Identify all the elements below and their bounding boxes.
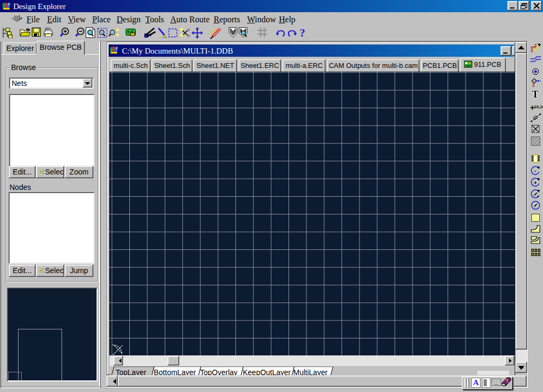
svg-text:TopLayer: TopLayer: [116, 368, 146, 375]
svg-text:10,10: 10,10: [534, 104, 543, 109]
svg-text:MultiLayer: MultiLayer: [293, 368, 328, 375]
svg-text:BottomLayer: BottomLayer: [154, 368, 196, 375]
svg-text:KeepOutLayer: KeepOutLayer: [243, 368, 291, 375]
svg-text:TopOverlay: TopOverlay: [200, 368, 238, 375]
